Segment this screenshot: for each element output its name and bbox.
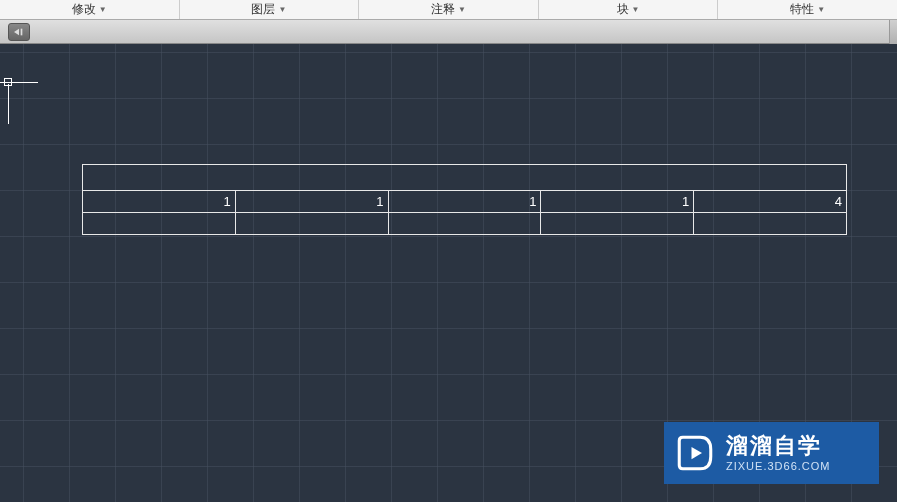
menu-label: 块	[617, 1, 629, 18]
menu-item-layer[interactable]: 图层 ▼	[180, 0, 360, 19]
chevron-down-icon: ▼	[632, 5, 640, 14]
menu-item-modify[interactable]: 修改 ▼	[0, 0, 180, 19]
table-cell[interactable]: 1	[235, 191, 388, 213]
table-cell[interactable]	[388, 213, 541, 235]
ribbon-collapse-button[interactable]	[8, 23, 30, 41]
cad-table[interactable]: 1 1 1 1 4	[82, 164, 847, 235]
table-row[interactable]	[83, 165, 847, 191]
chevron-down-icon: ▼	[99, 5, 107, 14]
table-cell[interactable]	[694, 213, 847, 235]
menu-label: 修改	[72, 1, 96, 18]
svg-rect-0	[21, 28, 23, 35]
ribbon-edge	[889, 20, 897, 44]
menu-label: 图层	[251, 1, 275, 18]
table-title-cell[interactable]	[83, 165, 847, 191]
table-cell[interactable]	[83, 213, 236, 235]
table-cell[interactable]	[541, 213, 694, 235]
table-row[interactable]: 1 1 1 1 4	[83, 191, 847, 213]
collapse-icon	[12, 27, 26, 37]
menu-bar: 修改 ▼ 图层 ▼ 注释 ▼ 块 ▼ 特性 ▼	[0, 0, 897, 20]
table-row[interactable]	[83, 213, 847, 235]
table-cell[interactable]: 1	[541, 191, 694, 213]
watermark-subtitle: ZIXUE.3D66.COM	[726, 460, 830, 473]
table-cell[interactable]: 4	[694, 191, 847, 213]
chevron-down-icon: ▼	[278, 5, 286, 14]
menu-label: 注释	[431, 1, 455, 18]
watermark-title: 溜溜自学	[726, 433, 830, 459]
menu-item-properties[interactable]: 特性 ▼	[718, 0, 897, 19]
menu-label: 特性	[790, 1, 814, 18]
chevron-down-icon: ▼	[458, 5, 466, 14]
table-cell[interactable]	[235, 213, 388, 235]
watermark-logo: 溜溜自学 ZIXUE.3D66.COM	[664, 422, 879, 484]
menu-item-block[interactable]: 块 ▼	[539, 0, 719, 19]
table-cell[interactable]: 1	[83, 191, 236, 213]
table-cell[interactable]: 1	[388, 191, 541, 213]
chevron-down-icon: ▼	[817, 5, 825, 14]
menu-item-annotation[interactable]: 注释 ▼	[359, 0, 539, 19]
drawing-canvas[interactable]: 1 1 1 1 4 溜溜自学 ZIXUE.3D66.COM	[0, 44, 897, 502]
play-icon	[674, 432, 716, 474]
ribbon-toolbar	[0, 20, 897, 44]
